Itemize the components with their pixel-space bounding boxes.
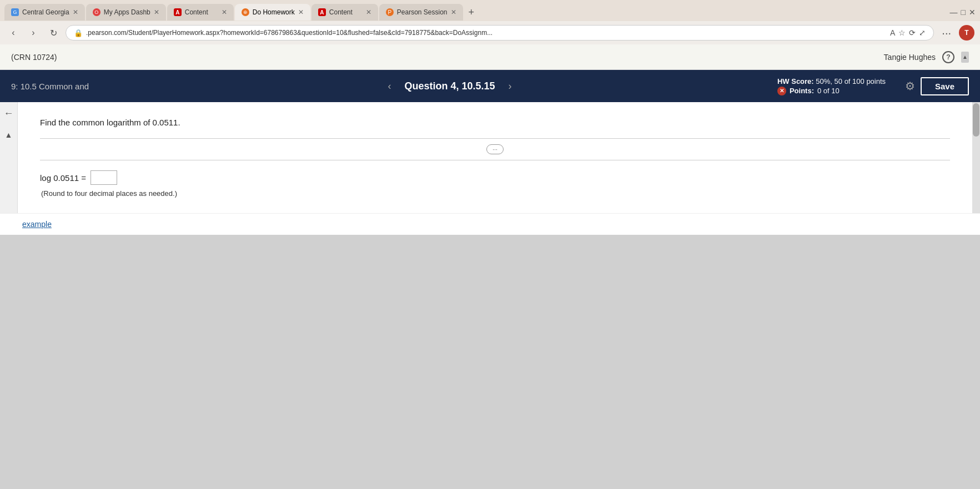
tab-icon-1: G [11,8,19,16]
url-text: .pearson.com/Student/PlayerHomework.aspx… [86,29,890,37]
prev-question-button[interactable]: ‹ [383,78,395,94]
score-section: HW Score: 50%, 50 of 100 points ✕ Points… [777,77,899,95]
hw-score-label: HW Score: [777,77,814,85]
scroll-up-icon: ▲ [962,54,968,60]
tab-label-4: Do Homework [253,8,295,16]
main-content: (CRN 10724) Tangie Hughes ? ▲ 9: 10.5 Co… [0,44,980,235]
tab-label-6: Pearson Session [397,8,448,16]
collapse-left-icon[interactable]: ← [4,108,14,119]
tab-label-5: Content [329,8,353,16]
address-bar-icons: A ☆ ⟳ ⤢ [890,28,926,37]
bookmark-icon[interactable]: ☆ [898,28,906,37]
tab-icon-5: A [318,8,326,16]
tab-close-3[interactable]: ✕ [222,8,227,16]
scroll-up-small-icon[interactable]: ▲ [5,130,13,139]
hw-score: HW Score: 50%, 50 of 100 points [777,77,886,85]
tab-close-2[interactable]: ✕ [154,8,159,16]
bottom-bar: example [0,213,980,235]
question-instruction: Find the common logarithm of 0.0511. [40,118,950,127]
hw-score-value: 50%, 50 of 100 points [816,77,886,85]
points-row: ✕ Points: 0 of 10 [777,87,840,95]
profile-avatar[interactable]: T [959,25,974,41]
new-tab-button[interactable]: + [464,6,479,19]
browser-menu-button[interactable]: ··· [938,26,954,41]
address-bar[interactable]: 🔒 .pearson.com/Student/PlayerHomework.as… [66,25,934,41]
equation-prefix: log 0.0511 = [40,173,86,183]
answer-input[interactable] [91,170,117,185]
tab-my-apps[interactable]: O My Apps Dashb ✕ [86,4,166,21]
split-icon[interactable]: ⤢ [919,28,926,37]
tab-icon-6: P [386,8,394,16]
reload-button[interactable]: ↻ [46,25,61,41]
next-question-button[interactable]: › [504,78,516,94]
tab-content-2[interactable]: A Content ✕ [311,4,378,21]
tab-close-1[interactable]: ✕ [73,8,78,16]
tab-bar: G Central Georgia ✕ O My Apps Dashb ✕ A … [0,0,980,21]
back-button[interactable]: ‹ [6,25,21,41]
tab-label-3: Content [185,8,208,16]
example-link[interactable]: example [22,220,52,229]
tab-label-1: Central Georgia [22,8,69,16]
left-sidebar: ← ▲ [0,102,18,213]
tab-close-5[interactable]: ✕ [366,8,371,16]
header-right: Tangie Hughes ? ▲ [884,51,969,63]
save-button[interactable]: Save [921,77,969,95]
settings-button[interactable]: ⚙ [899,77,921,95]
tab-close-4[interactable]: ✕ [298,8,304,16]
pearson-header: (CRN 10724) Tangie Hughes ? ▲ [0,44,980,70]
help-icon[interactable]: ? [942,51,954,63]
rounding-note: (Round to four decimal places as needed.… [41,189,950,198]
points-label: Points: [790,87,814,95]
scroll-up-button[interactable]: ▲ [961,52,969,63]
incorrect-icon: ✕ [777,87,786,95]
lock-icon: 🔒 [74,29,83,37]
content-area: ← ▲ Find the common logarithm of 0.0511.… [0,102,980,213]
course-title: (CRN 10724) [11,53,57,62]
user-name: Tangie Hughes [884,53,936,62]
question-content: Find the common logarithm of 0.0511. ···… [18,102,972,213]
tab-close-6[interactable]: ✕ [451,8,456,16]
extension-icon[interactable]: ⟳ [909,28,916,37]
tab-icon-3: A [174,8,182,16]
separator-line-2 [40,160,950,160]
tab-label-2: My Apps Dashb [104,8,150,16]
restore-icon[interactable]: □ [961,8,966,17]
address-bar-row: ‹ › ↻ 🔒 .pearson.com/Student/PlayerHomew… [0,21,980,44]
tab-content-1[interactable]: A Content ✕ [167,4,234,21]
tab-do-homework[interactable]: ⊕ Do Homework ✕ [235,4,310,21]
points-value: 0 of 10 [817,87,840,95]
close-window-icon[interactable]: ✕ [969,8,976,17]
expand-dots-container: ··· [40,144,950,154]
tab-central-georgia[interactable]: G Central Georgia ✕ [4,4,85,21]
minimize-icon[interactable]: — [950,8,958,17]
separator-line [40,138,950,139]
equation-row: log 0.0511 = [40,170,950,185]
tab-icon-4: ⊕ [242,8,249,16]
question-nav-center: ‹ Question 4, 10.5.15 › [122,78,777,94]
question-label: Question 4, 10.5.15 [404,80,495,92]
reader-mode-icon[interactable]: A [890,28,895,37]
right-scrollbar[interactable] [972,102,980,213]
question-nav-bar: 9: 10.5 Common and ‹ Question 4, 10.5.15… [0,70,980,102]
browser-chrome: G Central Georgia ✕ O My Apps Dashb ✕ A … [0,0,980,44]
section-label: 9: 10.5 Common and [11,82,122,91]
scroll-thumb [973,103,979,137]
forward-button[interactable]: › [26,25,41,41]
tab-icon-2: O [93,8,100,16]
expand-button[interactable]: ··· [486,144,504,154]
tab-pearson-session[interactable]: P Pearson Session ✕ [379,4,463,21]
